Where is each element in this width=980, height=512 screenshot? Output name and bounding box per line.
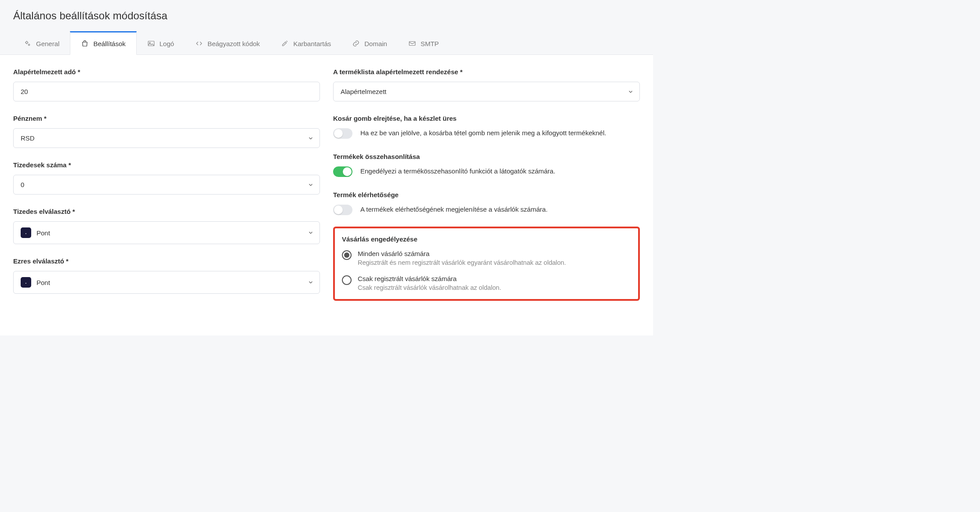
- radio-icon: [342, 275, 352, 285]
- default-tax-input[interactable]: [13, 82, 320, 101]
- purchase-radio-all[interactable]: Minden vásárló számára Regisztrált és ne…: [342, 250, 631, 266]
- tab-label: Logó: [160, 40, 174, 47]
- tab-general[interactable]: General: [13, 32, 70, 55]
- purchase-enable-highlight: Vásárlás engedélyezése Minden vásárló sz…: [333, 227, 640, 301]
- tab-label: Beállítások: [93, 40, 125, 47]
- tab-label: SMTP: [421, 40, 439, 47]
- availability-desc: A termékek elérhetőségének megjelenítése…: [360, 205, 548, 215]
- hide-cart-desc: Ha ez be van jelölve, a kosárba tétel go…: [360, 128, 606, 138]
- thousand-sep-value: Pont: [36, 279, 50, 286]
- thousand-sep-label: Ezres elválasztó *: [13, 257, 320, 265]
- page-title: Általános beállítások módosítása: [13, 10, 640, 22]
- radio-icon: [342, 250, 352, 260]
- purchase-opt2-desc: Csak regisztrált vásárlók vásárolhatnak …: [358, 284, 501, 291]
- svg-point-0: [26, 42, 28, 44]
- sort-select[interactable]: Alapértelmezett: [333, 82, 640, 101]
- decimals-select[interactable]: 0: [13, 175, 320, 195]
- mail-icon: [408, 40, 416, 47]
- decimal-sep-label: Tizedes elválasztó *: [13, 208, 320, 215]
- decimal-sep-value: Pont: [36, 229, 50, 237]
- gear-icon: [24, 40, 32, 47]
- svg-point-1: [28, 44, 29, 45]
- image-icon: [147, 40, 155, 47]
- code-icon: [195, 40, 203, 47]
- purchase-radio-registered[interactable]: Csak regisztrált vásárlók számára Csak r…: [342, 275, 631, 291]
- tab-smtp[interactable]: SMTP: [398, 32, 450, 55]
- currency-select[interactable]: RSD: [13, 128, 320, 148]
- purchase-opt1-desc: Regisztrált és nem regisztrált vásárlók …: [358, 259, 566, 266]
- tab-logo[interactable]: Logó: [137, 32, 185, 55]
- decimals-label: Tizedesek száma *: [13, 161, 320, 169]
- svg-rect-4: [409, 42, 415, 46]
- decimal-sep-select[interactable]: . Pont: [13, 221, 320, 244]
- bag-icon: [81, 40, 89, 47]
- purchase-opt2-title: Csak regisztrált vásárlók számára: [358, 275, 501, 282]
- tab-maintenance[interactable]: Karbantartás: [270, 32, 341, 55]
- tab-domain[interactable]: Domain: [341, 32, 398, 55]
- tool-icon: [281, 40, 289, 47]
- purchase-label: Vásárlás engedélyezése: [342, 235, 631, 243]
- right-column: A terméklista alapértelmezett rendezése …: [333, 68, 640, 307]
- hide-cart-label: Kosár gomb elrejtése, ha a készlet üres: [333, 115, 640, 122]
- compare-desc: Engedélyezi a termékösszehasonlító funkc…: [360, 166, 555, 177]
- sort-label: A terméklista alapértelmezett rendezése …: [333, 68, 640, 76]
- tab-label: Beágyazott kódok: [207, 40, 260, 47]
- compare-toggle[interactable]: [333, 166, 352, 177]
- hide-cart-toggle[interactable]: [333, 128, 352, 139]
- tab-embed[interactable]: Beágyazott kódok: [185, 32, 270, 55]
- tab-label: Domain: [364, 40, 387, 47]
- thousand-sep-select[interactable]: . Pont: [13, 271, 320, 294]
- compare-label: Termékek összehasonlítása: [333, 153, 640, 160]
- link-icon: [352, 40, 360, 47]
- availability-toggle[interactable]: [333, 205, 352, 215]
- separator-badge-icon: .: [21, 277, 31, 288]
- tabs: General Beállítások Logó Beágyazott kódo…: [13, 32, 640, 55]
- availability-label: Termék elérhetősége: [333, 191, 640, 198]
- tab-label: Karbantartás: [293, 40, 331, 47]
- tab-label: General: [36, 40, 59, 47]
- purchase-opt1-title: Minden vásárló számára: [358, 250, 566, 257]
- default-tax-label: Alapértelmezett adó *: [13, 68, 320, 76]
- tab-settings[interactable]: Beállítások: [70, 31, 136, 55]
- separator-badge-icon: .: [21, 227, 31, 238]
- currency-label: Pénznem *: [13, 115, 320, 122]
- left-column: Alapértelmezett adó * Pénznem * RSD Tize…: [13, 68, 320, 307]
